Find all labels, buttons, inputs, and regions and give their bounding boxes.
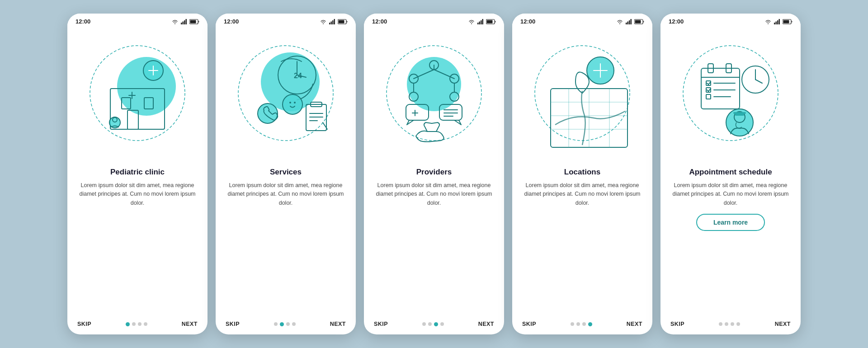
- svg-rect-47: [481, 20, 482, 24]
- skip-btn-5[interactable]: SKIP: [670, 321, 684, 327]
- screen-appointment-schedule: 12:00: [660, 14, 801, 334]
- next-btn-4[interactable]: NEXT: [627, 321, 642, 327]
- svg-point-88: [580, 78, 585, 84]
- content-area-4: Locations Lorem ipsum dolor sit dim amet…: [512, 163, 652, 316]
- dots-3: [422, 322, 444, 326]
- skip-btn-1[interactable]: SKIP: [77, 321, 91, 327]
- status-time-3: 12:00: [372, 18, 387, 25]
- status-bar-1: 12:00: [67, 14, 208, 28]
- content-area-2: Services Lorem ipsum dolor sit dim amet,…: [216, 163, 356, 316]
- body-3: Lorem ipsum dolor sit dim amet, mea regi…: [374, 181, 494, 207]
- next-btn-5[interactable]: NEXT: [775, 321, 791, 327]
- content-area-3: Providers Lorem ipsum dolor sit dim amet…: [364, 163, 504, 316]
- dot-4-3: [582, 322, 586, 326]
- locations-svg: [524, 34, 641, 161]
- svg-rect-1: [183, 21, 184, 24]
- screen-services: 12:00: [216, 14, 356, 334]
- title-1: Pediatric clinic: [77, 168, 198, 177]
- dot-4-1: [571, 322, 574, 326]
- signal-icon-3: [477, 19, 484, 24]
- status-icons-1: [171, 19, 199, 24]
- battery-icon: [189, 19, 199, 24]
- svg-rect-3: [186, 19, 187, 24]
- wifi-icon-4: [616, 19, 623, 24]
- status-bar-3: 12:00: [364, 14, 504, 28]
- dots-5: [719, 322, 740, 326]
- svg-rect-91: [777, 20, 778, 24]
- skip-btn-4[interactable]: SKIP: [522, 321, 536, 327]
- skip-btn-3[interactable]: SKIP: [374, 321, 388, 327]
- svg-rect-5: [190, 20, 196, 23]
- battery-icon-2: [338, 19, 348, 24]
- dot-3-2: [428, 322, 432, 326]
- illustration-locations: [512, 28, 652, 163]
- svg-rect-2: [184, 20, 185, 24]
- learn-more-button[interactable]: Learn more: [696, 214, 765, 231]
- signal-icon: [181, 19, 187, 24]
- content-area-5: Appointment schedule Lorem ipsum dolor s…: [660, 163, 801, 316]
- status-icons-2: [320, 19, 348, 24]
- dots-4: [571, 322, 592, 326]
- status-icons-5: [764, 19, 793, 24]
- title-2: Services: [226, 168, 346, 177]
- next-btn-1[interactable]: NEXT: [182, 321, 198, 327]
- battery-icon-3: [486, 19, 496, 24]
- screens-container: 12:00: [67, 14, 801, 334]
- svg-rect-23: [332, 20, 334, 24]
- body-5: Lorem ipsum dolor sit dim amet, mea regi…: [670, 181, 791, 207]
- svg-rect-26: [339, 20, 344, 23]
- dot-4-4: [588, 322, 592, 326]
- svg-rect-89: [774, 23, 775, 24]
- bottom-nav-1: SKIP NEXT: [67, 316, 208, 334]
- appointment-svg: [672, 34, 789, 161]
- status-bar-5: 12:00: [660, 14, 801, 28]
- svg-line-112: [755, 80, 762, 83]
- status-bar-4: 12:00: [512, 14, 652, 28]
- body-2: Lorem ipsum dolor sit dim amet, mea regi…: [226, 181, 346, 207]
- svg-rect-92: [779, 19, 780, 24]
- svg-rect-21: [329, 23, 330, 24]
- svg-rect-108: [706, 94, 711, 99]
- dot-1-2: [132, 322, 136, 326]
- screen-locations: 12:00: [512, 14, 652, 334]
- dot-2-3: [286, 322, 290, 326]
- next-btn-3[interactable]: NEXT: [478, 321, 494, 327]
- bottom-nav-4: SKIP NEXT: [512, 316, 652, 334]
- skip-btn-2[interactable]: SKIP: [226, 321, 240, 327]
- status-time-5: 12:00: [669, 18, 684, 25]
- svg-rect-73: [631, 19, 632, 24]
- dot-2-4: [292, 322, 296, 326]
- svg-rect-0: [181, 23, 182, 24]
- svg-rect-117: [733, 112, 746, 114]
- dot-5-3: [731, 322, 734, 326]
- battery-icon-5: [783, 19, 793, 24]
- pediatric-clinic-svg: [79, 34, 196, 161]
- next-btn-2[interactable]: NEXT: [330, 321, 346, 327]
- status-icons-3: [468, 19, 496, 24]
- svg-text:24: 24: [294, 72, 302, 80]
- title-5: Appointment schedule: [670, 168, 791, 177]
- svg-rect-46: [479, 21, 481, 24]
- svg-rect-50: [487, 20, 493, 23]
- screen-pediatric-clinic: 12:00: [67, 14, 208, 334]
- illustration-appointment: [660, 28, 801, 163]
- svg-rect-94: [783, 20, 789, 23]
- screen-providers: 12:00: [364, 14, 504, 334]
- dot-2-2: [280, 322, 284, 326]
- dot-4-2: [576, 322, 580, 326]
- wifi-icon-2: [320, 19, 327, 24]
- bottom-nav-2: SKIP NEXT: [216, 316, 356, 334]
- svg-rect-22: [331, 21, 332, 24]
- status-icons-4: [616, 19, 644, 24]
- dot-3-3: [434, 322, 438, 326]
- dot-5-2: [725, 322, 728, 326]
- content-area-1: Pediatric clinic Lorem ipsum dolor sit d…: [67, 163, 208, 316]
- wifi-icon-3: [468, 19, 475, 24]
- body-1: Lorem ipsum dolor sit dim amet, mea regi…: [77, 181, 198, 207]
- dot-3-4: [440, 322, 444, 326]
- svg-rect-71: [627, 21, 629, 24]
- status-bar-2: 12:00: [216, 14, 356, 28]
- dot-2-1: [274, 322, 278, 326]
- title-3: Providers: [374, 168, 494, 177]
- svg-rect-72: [629, 20, 630, 24]
